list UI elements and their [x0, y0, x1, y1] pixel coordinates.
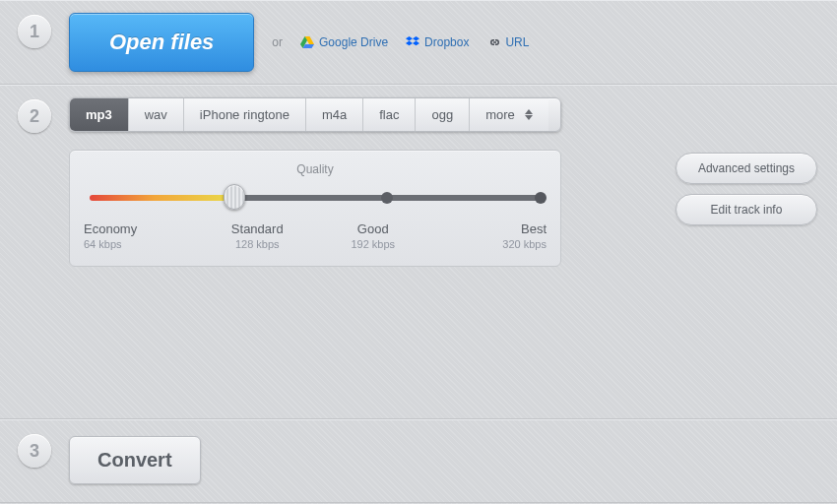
chevron-updown-icon: [525, 109, 533, 120]
dropbox-icon: [406, 36, 419, 48]
step-badge-1: 1: [18, 15, 51, 48]
quality-stop-good: Good 192 kbps: [315, 221, 431, 250]
tab-ogg[interactable]: ogg: [416, 98, 470, 131]
quality-bitrate: 128 kbps: [200, 238, 316, 250]
format-tabs: mp3 wav iPhone ringtone m4a flac ogg mor…: [69, 97, 561, 132]
tab-flac[interactable]: flac: [363, 98, 416, 131]
tab-iphone-ringtone[interactable]: iPhone ringtone: [184, 98, 306, 131]
quality-name: Economy: [84, 221, 200, 236]
quality-bitrate: 64 kbps: [84, 238, 200, 250]
dropbox-label: Dropbox: [424, 35, 469, 49]
source-url[interactable]: URL: [486, 35, 529, 49]
edit-track-info-button[interactable]: Edit track info: [676, 194, 817, 225]
url-label: URL: [505, 35, 529, 49]
tab-wav[interactable]: wav: [129, 98, 184, 131]
or-label: or: [272, 35, 283, 49]
quality-slider[interactable]: [90, 186, 541, 210]
svg-marker-8: [525, 115, 533, 120]
svg-marker-3: [406, 36, 413, 41]
slider-track-filled: [90, 195, 234, 201]
open-files-button[interactable]: Open files: [69, 13, 254, 72]
google-drive-label: Google Drive: [319, 35, 388, 49]
svg-marker-5: [406, 41, 413, 46]
slider-tick-best: [535, 192, 547, 204]
quality-stop-economy: Economy 64 kbps: [84, 221, 200, 250]
tab-m4a[interactable]: m4a: [306, 98, 363, 131]
quality-name: Standard: [200, 221, 316, 236]
source-google-drive[interactable]: Google Drive: [300, 35, 388, 49]
quality-stop-best: Best 320 kbps: [431, 221, 547, 250]
convert-button[interactable]: Convert: [69, 436, 201, 484]
svg-marker-7: [525, 109, 533, 114]
quality-bitrate: 192 kbps: [315, 238, 431, 250]
step-3-section: 3 Convert: [0, 419, 837, 503]
quality-title: Quality: [84, 162, 547, 176]
quality-panel: Quality Economy 64 kbps Standard 128: [69, 150, 561, 267]
google-drive-icon: [300, 36, 314, 48]
tab-mp3[interactable]: mp3: [70, 98, 129, 131]
svg-marker-6: [413, 41, 419, 46]
step-1-section: 1 Open files or Google Drive Dropbox URL: [0, 0, 837, 85]
tab-more[interactable]: more: [470, 98, 548, 131]
tab-more-label: more: [485, 107, 515, 122]
advanced-settings-button[interactable]: Advanced settings: [676, 153, 817, 184]
quality-bitrate: 320 kbps: [431, 238, 547, 250]
quality-name: Best: [431, 221, 547, 236]
step-2-section: 2 mp3 wav iPhone ringtone m4a flac ogg m…: [0, 85, 837, 419]
link-icon: [486, 36, 500, 48]
svg-marker-4: [413, 36, 419, 41]
quality-labels: Economy 64 kbps Standard 128 kbps Good 1…: [84, 221, 547, 250]
quality-stop-standard: Standard 128 kbps: [200, 221, 316, 250]
step-badge-2: 2: [18, 99, 51, 133]
step-badge-3: 3: [18, 434, 51, 468]
slider-thumb[interactable]: [224, 184, 245, 210]
source-dropbox[interactable]: Dropbox: [406, 35, 469, 49]
slider-tick-good: [381, 192, 393, 204]
quality-name: Good: [315, 221, 431, 236]
